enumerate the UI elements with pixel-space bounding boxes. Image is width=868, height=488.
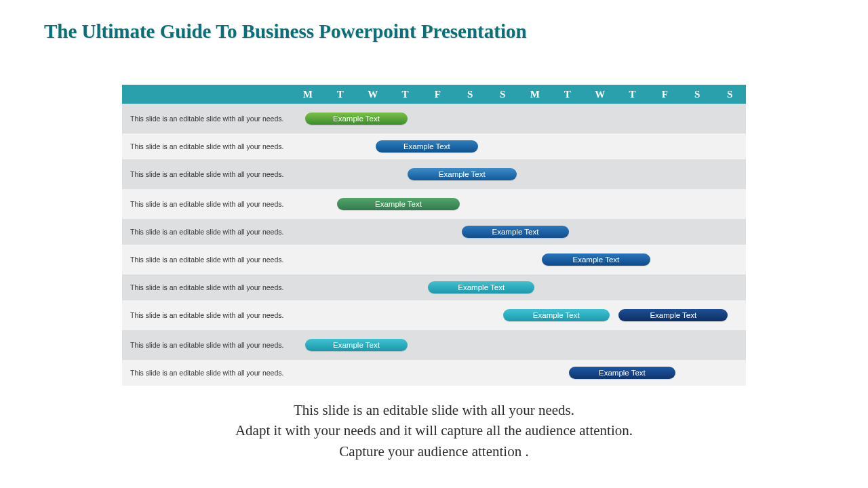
gantt-row-label: This slide is an editable slide with all… — [122, 115, 292, 123]
gantt-bar: Example Text — [376, 140, 478, 152]
gantt-row-label: This slide is an editable slide with all… — [122, 369, 292, 377]
gantt-header: MTWTFSSMTWTFSS — [122, 85, 746, 104]
gantt-bar: Example Text — [337, 198, 460, 210]
gantt-row-label: This slide is an editable slide with all… — [122, 228, 292, 236]
footer-text: This slide is an editable slide with all… — [0, 400, 868, 462]
gantt-bar: Example Text — [305, 339, 408, 351]
gantt-bar: Example Text — [428, 281, 534, 293]
gantt-day-header: M — [292, 89, 324, 100]
gantt-bar-area: Example Text — [292, 219, 746, 245]
gantt-row-label: This slide is an editable slide with all… — [122, 142, 292, 150]
gantt-row-label: This slide is an editable slide with all… — [122, 341, 292, 349]
gantt-bar: Example Text — [503, 309, 610, 321]
gantt-bar-area: Example Text — [292, 245, 746, 274]
gantt-bar: Example Text — [408, 168, 517, 180]
gantt-row: This slide is an editable slide with all… — [122, 245, 746, 274]
page-title: The Ultimate Guide To Business Powerpoin… — [44, 20, 527, 43]
gantt-day-header: M — [519, 89, 551, 100]
gantt-chart: MTWTFSSMTWTFSS This slide is an editable… — [122, 85, 746, 386]
gantt-bar-area: Example Text — [292, 104, 746, 134]
gantt-day-header: W — [584, 89, 616, 100]
gantt-bar-area: Example Text — [292, 159, 746, 189]
gantt-bar: Example Text — [462, 226, 568, 238]
footer-line-1: This slide is an editable slide with all… — [0, 400, 868, 420]
gantt-day-header: T — [389, 89, 422, 100]
gantt-bar: Example Text — [305, 113, 408, 125]
gantt-row: This slide is an editable slide with all… — [122, 300, 746, 330]
gantt-bar-area: Example Text — [292, 330, 746, 360]
gantt-row-label: This slide is an editable slide with all… — [122, 200, 292, 208]
gantt-row: This slide is an editable slide with all… — [122, 330, 746, 360]
gantt-day-header: T — [324, 89, 357, 100]
gantt-row: This slide is an editable slide with all… — [122, 219, 746, 245]
gantt-bar: Example Text — [569, 367, 675, 379]
gantt-day-header: S — [713, 89, 746, 100]
gantt-day-header: F — [421, 89, 454, 100]
footer-line-2: Adapt it with your needs and it will cap… — [0, 420, 868, 441]
gantt-bar-area: Example Text — [292, 134, 746, 159]
gantt-day-header: S — [486, 89, 519, 100]
gantt-row: This slide is an editable slide with all… — [122, 189, 746, 219]
gantt-bar: Example Text — [618, 309, 728, 321]
footer-line-3: Capture your audience attention . — [0, 441, 868, 462]
gantt-day-header: S — [454, 89, 486, 100]
gantt-bar-area: Example Text — [292, 360, 746, 386]
gantt-bar-area: Example Text — [292, 189, 746, 219]
gantt-day-header: F — [648, 89, 681, 100]
gantt-day-header: T — [616, 89, 649, 100]
gantt-row: This slide is an editable slide with all… — [122, 274, 746, 300]
gantt-row-label: This slide is an editable slide with all… — [122, 311, 292, 319]
gantt-row-label: This slide is an editable slide with all… — [122, 256, 292, 264]
gantt-row: This slide is an editable slide with all… — [122, 104, 746, 134]
gantt-bar: Example Text — [542, 253, 651, 266]
gantt-row: This slide is an editable slide with all… — [122, 360, 746, 386]
gantt-day-header: S — [681, 89, 713, 100]
gantt-row-label: This slide is an editable slide with all… — [122, 170, 292, 178]
gantt-row: This slide is an editable slide with all… — [122, 134, 746, 159]
gantt-row: This slide is an editable slide with all… — [122, 159, 746, 189]
gantt-day-header: W — [357, 89, 389, 100]
gantt-row-label: This slide is an editable slide with all… — [122, 283, 292, 291]
gantt-bar-area: Example Text — [292, 274, 746, 300]
gantt-bar-area: Example TextExample Text — [292, 300, 746, 330]
gantt-day-header: T — [551, 89, 584, 100]
